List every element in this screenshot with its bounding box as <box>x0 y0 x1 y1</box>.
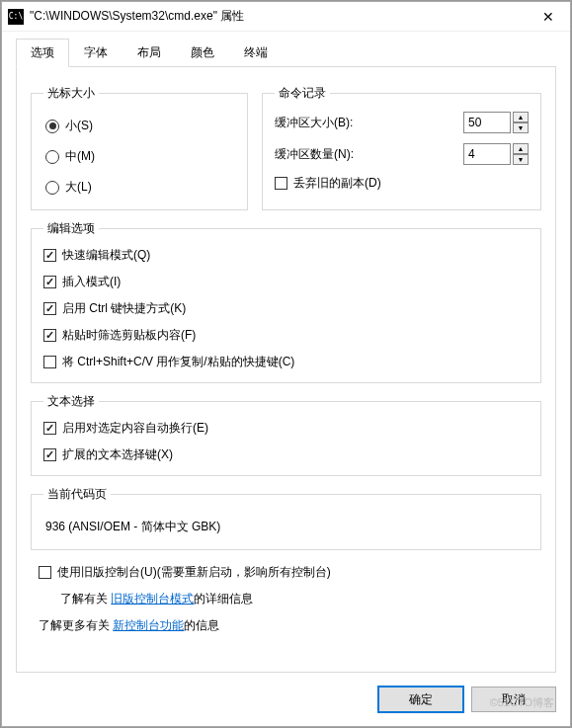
new-console-learn-more-line: 了解更多有关 新控制台功能的信息 <box>39 617 541 634</box>
legacy-console-link[interactable]: 旧版控制台模式 <box>111 592 194 606</box>
spin-down-icon[interactable]: ▼ <box>513 154 529 165</box>
code-page-value: 936 (ANSI/OEM - 简体中文 GBK) <box>43 513 529 537</box>
checkbox-icon <box>39 566 51 579</box>
buffer-count-input[interactable] <box>463 143 511 165</box>
ok-button[interactable]: 确定 <box>378 687 463 712</box>
use-legacy-console[interactable]: 使用旧版控制台(U)(需要重新启动，影响所有控制台) <box>39 564 541 581</box>
cursor-size-legend: 光标大小 <box>43 85 99 102</box>
spin-down-icon[interactable]: ▼ <box>513 122 529 133</box>
cursor-size-large[interactable]: 大(L) <box>45 179 233 196</box>
close-button[interactable]: ✕ <box>529 3 568 31</box>
quick-edit-mode[interactable]: 快速编辑模式(Q) <box>43 247 529 264</box>
discard-old-label: 丢弃旧的副本(D) <box>293 175 381 192</box>
check-label: 插入模式(I) <box>62 274 121 290</box>
checkbox-icon <box>43 422 56 435</box>
check-label: 启用对选定内容自动换行(E) <box>62 420 208 437</box>
tab-options[interactable]: 选项 <box>16 39 69 67</box>
groupbox-command-history: 命令记录 缓冲区大小(B): ▲ ▼ 缓冲区数量(N): <box>262 85 541 210</box>
groupbox-text-selection: 文本选择 启用对选定内容自动换行(E) 扩展的文本选择键(X) <box>31 393 541 476</box>
checkbox-icon <box>43 249 56 262</box>
insert-mode[interactable]: 插入模式(I) <box>43 274 529 290</box>
command-history-legend: 命令记录 <box>275 85 330 102</box>
groupbox-code-page: 当前代码页 936 (ANSI/OEM - 简体中文 GBK) <box>31 486 541 550</box>
radio-icon <box>45 150 59 164</box>
client-area: 选项 字体 布局 颜色 终端 光标大小 小(S) 中(M) <box>2 32 570 726</box>
check-label: 将 Ctrl+Shift+C/V 用作复制/粘贴的快捷键(C) <box>62 354 294 370</box>
text-selection-legend: 文本选择 <box>43 393 99 410</box>
radio-icon <box>45 181 59 195</box>
tab-terminal[interactable]: 终端 <box>229 39 283 67</box>
titlebar: C:\ "C:\WINDOWS\System32\cmd.exe" 属性 ✕ <box>2 2 570 32</box>
properties-dialog: C:\ "C:\WINDOWS\System32\cmd.exe" 属性 ✕ 选… <box>1 1 571 727</box>
tab-font[interactable]: 字体 <box>69 39 123 67</box>
window-title: "C:\WINDOWS\System32\cmd.exe" 属性 <box>30 8 529 25</box>
checkbox-icon <box>275 177 287 190</box>
filter-clipboard[interactable]: 粘贴时筛选剪贴板内容(F) <box>43 327 529 344</box>
check-label: 启用 Ctrl 键快捷方式(K) <box>62 300 186 317</box>
code-page-legend: 当前代码页 <box>43 486 111 503</box>
check-label: 粘贴时筛选剪贴板内容(F) <box>62 327 196 344</box>
button-bar: 确定 取消 <box>16 673 556 712</box>
legacy-learn-more-line: 了解有关 旧版控制台模式的详细信息 <box>39 591 541 607</box>
checkbox-icon <box>43 356 56 368</box>
buffer-count-spinner[interactable]: ▲ ▼ <box>463 143 529 165</box>
groupbox-cursor-size: 光标大小 小(S) 中(M) 大(L) <box>31 85 248 210</box>
checkbox-icon <box>43 448 56 461</box>
buffer-size-spinner[interactable]: ▲ ▼ <box>463 112 529 133</box>
new-console-link[interactable]: 新控制台功能 <box>113 618 184 632</box>
buffer-size-label: 缓冲区大小(B): <box>275 115 353 131</box>
groupbox-edit-options: 编辑选项 快速编辑模式(Q) 插入模式(I) 启用 Ctrl 键快捷方式(K) … <box>31 220 541 383</box>
buffer-size-input[interactable] <box>463 112 511 133</box>
tab-strip: 选项 字体 布局 颜色 终端 <box>16 38 556 67</box>
cmd-icon: C:\ <box>8 9 24 25</box>
checkbox-icon <box>43 329 56 342</box>
extended-text-keys[interactable]: 扩展的文本选择键(X) <box>43 446 529 463</box>
discard-old-duplicates[interactable]: 丢弃旧的副本(D) <box>275 175 529 192</box>
spin-up-icon[interactable]: ▲ <box>513 143 529 154</box>
cancel-button[interactable]: 取消 <box>471 687 556 712</box>
tab-layout[interactable]: 布局 <box>123 39 176 67</box>
tab-colors[interactable]: 颜色 <box>176 39 229 67</box>
enable-ctrl-shortcuts[interactable]: 启用 Ctrl 键快捷方式(K) <box>43 300 529 317</box>
use-legacy-label: 使用旧版控制台(U)(需要重新启动，影响所有控制台) <box>57 564 331 581</box>
checkbox-icon <box>43 276 56 288</box>
cursor-size-medium[interactable]: 中(M) <box>45 148 233 165</box>
ctrl-shift-cv-shortcut[interactable]: 将 Ctrl+Shift+C/V 用作复制/粘贴的快捷键(C) <box>43 354 529 370</box>
check-label: 扩展的文本选择键(X) <box>62 446 173 463</box>
cursor-size-label: 小(S) <box>65 118 93 134</box>
radio-icon <box>45 120 59 133</box>
cursor-size-small[interactable]: 小(S) <box>45 118 233 134</box>
edit-options-legend: 编辑选项 <box>43 220 99 237</box>
tab-options-body: 光标大小 小(S) 中(M) 大(L) <box>16 67 556 673</box>
cursor-size-label: 大(L) <box>65 179 92 196</box>
check-label: 快速编辑模式(Q) <box>62 247 150 264</box>
buffer-count-label: 缓冲区数量(N): <box>275 146 354 163</box>
checkbox-icon <box>43 302 56 315</box>
cursor-size-label: 中(M) <box>65 148 95 165</box>
enable-line-wrapping[interactable]: 启用对选定内容自动换行(E) <box>43 420 529 437</box>
spin-up-icon[interactable]: ▲ <box>513 112 529 122</box>
